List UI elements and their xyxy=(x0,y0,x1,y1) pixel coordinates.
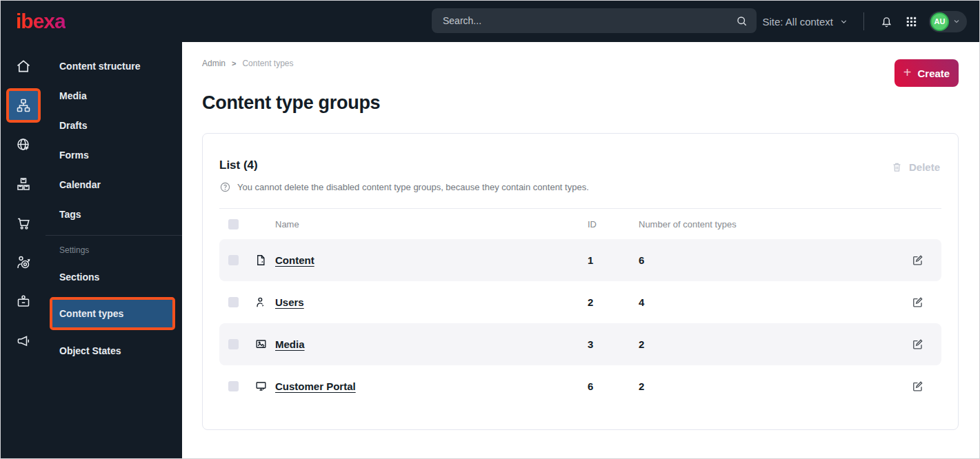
group-id: 3 xyxy=(588,338,639,350)
user-icon xyxy=(254,296,275,309)
sidebar-item-drafts[interactable]: Drafts xyxy=(46,110,182,140)
group-id: 2 xyxy=(588,296,639,308)
group-count: 6 xyxy=(639,254,911,266)
rail-item-marketing[interactable] xyxy=(9,327,38,356)
home-icon xyxy=(15,58,32,74)
edit-button[interactable] xyxy=(911,296,941,309)
create-button-label: Create xyxy=(917,68,950,79)
rail-item-site[interactable] xyxy=(9,130,38,159)
breadcrumb-admin[interactable]: Admin xyxy=(202,59,226,68)
rail-item-commerce[interactable] xyxy=(9,209,38,238)
table-header: Name ID Number of content types xyxy=(219,209,941,239)
row-checkbox[interactable] xyxy=(228,381,239,391)
file-icon xyxy=(254,254,275,267)
sidebar-item-content-types[interactable]: Content types xyxy=(52,300,172,327)
sidebar-divider xyxy=(46,235,182,236)
column-header-name: Name xyxy=(275,219,588,229)
commerce-cart-icon xyxy=(15,215,32,232)
rail-item-content[interactable] xyxy=(9,91,38,120)
group-count: 4 xyxy=(639,296,911,308)
delete-button[interactable]: Delete xyxy=(891,161,940,173)
content-type-groups-card: List (4) Delete You cannot delete the di… xyxy=(202,133,959,430)
app-switcher-button[interactable] xyxy=(905,15,918,28)
breadcrumb-separator: > xyxy=(232,59,236,68)
site-globe-icon xyxy=(15,136,32,153)
create-button[interactable]: + Create xyxy=(894,59,959,87)
bell-icon xyxy=(879,14,894,29)
table-row: Media 3 2 xyxy=(219,323,941,365)
personalization-target-icon xyxy=(15,254,32,271)
user-menu[interactable]: AU xyxy=(929,11,967,32)
chevron-down-icon xyxy=(839,17,848,26)
sidebar-item-media[interactable]: Media xyxy=(46,81,182,110)
app-window: ibexa Site: All context xyxy=(0,0,980,459)
monitor-icon xyxy=(254,380,275,393)
main-menu-rail xyxy=(1,42,46,458)
notifications-button[interactable] xyxy=(879,14,894,29)
global-search[interactable] xyxy=(432,8,757,33)
user-avatar: AU xyxy=(930,12,949,31)
ibexa-logo[interactable]: ibexa xyxy=(16,11,66,32)
edit-button[interactable] xyxy=(911,254,941,267)
app-grid-icon xyxy=(905,15,918,28)
column-header-count: Number of content types xyxy=(639,219,911,229)
list-title: List (4) xyxy=(219,159,941,172)
content-structure-icon xyxy=(15,97,32,114)
secondary-sidebar: Content structure Media Drafts Forms Cal… xyxy=(46,42,182,458)
group-link-customer-portal[interactable]: Customer Portal xyxy=(275,380,588,392)
site-context-selector[interactable]: Site: All context xyxy=(743,15,848,28)
marketing-megaphone-icon xyxy=(15,333,32,349)
row-checkbox[interactable] xyxy=(228,339,239,349)
breadcrumb-current: Content types xyxy=(242,59,293,68)
plus-icon: + xyxy=(903,65,912,79)
info-message: You cannot delete the disabled content t… xyxy=(219,181,941,193)
row-checkbox[interactable] xyxy=(228,297,239,307)
edit-button[interactable] xyxy=(911,380,941,393)
help-circle-icon xyxy=(219,181,231,193)
rail-item-personalization[interactable] xyxy=(9,248,38,277)
group-count: 2 xyxy=(639,338,911,350)
group-link-content[interactable]: Content xyxy=(275,254,588,266)
search-icon[interactable] xyxy=(735,14,748,28)
row-checkbox[interactable] xyxy=(228,255,239,265)
group-id: 6 xyxy=(588,380,639,392)
info-message-text: You cannot delete the disabled content t… xyxy=(237,182,589,192)
search-input[interactable] xyxy=(443,15,735,26)
select-all-checkbox[interactable] xyxy=(228,219,239,229)
site-context-label: Site: All context xyxy=(762,16,833,28)
rail-item-dashboard[interactable] xyxy=(9,52,38,81)
group-link-users[interactable]: Users xyxy=(275,296,588,308)
sidebar-settings-label: Settings xyxy=(46,241,182,262)
column-header-id: ID xyxy=(588,219,639,229)
chevron-down-icon xyxy=(952,17,961,26)
sidebar-item-sections[interactable]: Sections xyxy=(46,262,182,292)
table-row: Customer Portal 6 2 xyxy=(219,365,941,407)
rail-item-admin[interactable] xyxy=(9,287,38,316)
image-icon xyxy=(254,338,275,351)
top-bar: ibexa Site: All context xyxy=(1,1,979,42)
sidebar-item-forms[interactable]: Forms xyxy=(46,140,182,170)
edit-button[interactable] xyxy=(911,338,941,351)
sidebar-item-object-states[interactable]: Object States xyxy=(46,336,182,365)
sidebar-item-content-structure[interactable]: Content structure xyxy=(46,51,182,81)
rail-item-product-catalog[interactable] xyxy=(9,170,38,198)
table-row: Users 2 4 xyxy=(219,281,941,323)
admin-badge-icon xyxy=(15,294,32,310)
breadcrumb: Admin > Content types xyxy=(202,59,959,68)
trash-icon xyxy=(891,161,903,173)
page-title: Content type groups xyxy=(202,92,959,114)
sidebar-item-tags[interactable]: Tags xyxy=(46,199,182,229)
delete-button-label: Delete xyxy=(909,161,940,173)
sidebar-item-calendar[interactable]: Calendar xyxy=(46,170,182,199)
group-id: 1 xyxy=(588,254,639,266)
topbar-divider xyxy=(863,12,864,30)
table-row: Content 1 6 xyxy=(219,239,941,281)
group-link-media[interactable]: Media xyxy=(275,338,588,350)
group-count: 2 xyxy=(639,380,911,392)
product-boxes-icon xyxy=(15,176,32,192)
main-content: Admin > Content types + Create Content t… xyxy=(182,42,979,458)
